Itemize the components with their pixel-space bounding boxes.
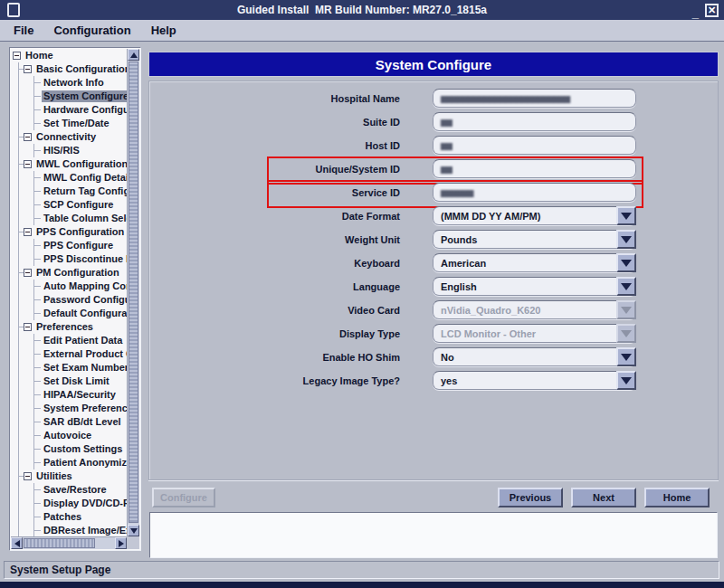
collapse-icon[interactable] xyxy=(24,323,32,331)
tree-item-label[interactable]: Save/Restore xyxy=(42,484,109,496)
tree-item-label[interactable]: Preferences xyxy=(34,321,95,333)
tree-item: Set Disk Limit xyxy=(11,375,127,388)
tree-item-label[interactable]: HIPAA/Security xyxy=(42,389,118,401)
tree-item-label[interactable]: Default Configurat xyxy=(42,308,127,319)
text-field[interactable]: ▆▆▆▆▆▆▆▆▆▆▆▆▆▆▆▆▆▆▆▆▆▆▆▆ xyxy=(433,89,636,108)
tree-item-label[interactable]: Home xyxy=(24,50,55,62)
combo-arrow-button[interactable] xyxy=(616,206,636,225)
scroll-down-icon[interactable] xyxy=(128,525,139,536)
menu-help[interactable]: Help xyxy=(141,24,186,37)
field-label: Display Type xyxy=(149,328,400,339)
tree-item-label[interactable]: Set Disk Limit xyxy=(42,375,111,387)
scroll-left-icon[interactable] xyxy=(11,537,23,549)
chevron-down-icon xyxy=(621,330,632,337)
combo-value: (MMM DD YY AM/PM) xyxy=(441,211,540,222)
menu-file[interactable]: File xyxy=(4,24,43,37)
tree-item-label[interactable]: HIS/RIS xyxy=(42,145,81,156)
tree-item-label[interactable]: PPS Discontinue Re xyxy=(42,253,127,265)
tree-item-label[interactable]: Utilities xyxy=(34,470,74,482)
collapse-icon[interactable] xyxy=(24,472,32,480)
tree-item-label[interactable]: System Preferences xyxy=(42,403,127,414)
tree-item-label[interactable]: Custom Settings xyxy=(42,443,124,455)
combo-box[interactable]: (MMM DD YY AM/PM) xyxy=(433,206,636,225)
collapse-icon[interactable] xyxy=(13,52,21,60)
combo-value: LCD Monitor - Other xyxy=(441,328,536,339)
previous-button[interactable]: Previous xyxy=(498,488,563,507)
menu-configuration[interactable]: Configuration xyxy=(43,24,140,37)
close-button[interactable]: ✕ xyxy=(705,4,719,17)
combo-arrow-button[interactable] xyxy=(616,253,636,272)
scroll-right-icon[interactable] xyxy=(115,537,127,549)
tree-item-label[interactable]: MWL Config Detail xyxy=(42,172,127,184)
tree-item-label[interactable]: PPS Configuration xyxy=(34,226,126,238)
tree-item: Network Info xyxy=(11,76,127,90)
tree-item-label[interactable]: Network Info xyxy=(42,77,106,89)
field-label: Suite ID xyxy=(149,117,400,128)
scroll-up-icon[interactable] xyxy=(128,49,139,61)
tree-item-label[interactable]: Return Tag Configu xyxy=(42,185,127,197)
window-title: Guided Install MR Build Number: MR27.0_1… xyxy=(0,4,724,16)
combo-arrow-button[interactable] xyxy=(616,277,636,296)
next-button[interactable]: Next xyxy=(571,488,636,507)
message-area xyxy=(149,512,718,558)
combo-box[interactable]: English xyxy=(433,277,636,296)
combo-arrow-button[interactable] xyxy=(616,230,636,249)
combo-box[interactable]: Pounds xyxy=(433,230,636,249)
tree-item-label[interactable]: Autovoice xyxy=(42,430,93,441)
form-row: Suite ID▆▆ xyxy=(149,112,718,131)
horizontal-scroll-thumb[interactable] xyxy=(24,538,95,548)
tree-item-label[interactable]: Basic Configuration xyxy=(34,63,127,75)
combo-arrow-button[interactable] xyxy=(616,347,636,366)
collapse-icon[interactable] xyxy=(24,228,32,236)
tree-item-label[interactable]: External Product Co xyxy=(42,348,127,360)
tree-item-label[interactable]: Set Exam Number xyxy=(42,362,127,374)
form-row: Weight UnitPounds xyxy=(149,230,718,249)
text-field[interactable]: ▆▆▆▆▆▆ xyxy=(433,183,636,202)
tree-item-label[interactable]: MWL Configuration xyxy=(34,158,127,170)
form-row: Enable HO ShimNo xyxy=(149,347,718,366)
field-value: ▆▆ xyxy=(441,165,452,174)
scrollbar-corner xyxy=(127,536,139,549)
combo-arrow-button[interactable] xyxy=(616,371,636,390)
collapse-icon[interactable] xyxy=(24,133,32,141)
tree-horizontal-scrollbar[interactable] xyxy=(11,536,127,549)
tree-item-label[interactable]: DBReset Image/Ex xyxy=(42,525,127,536)
tree-item: HIPAA/Security xyxy=(11,388,127,402)
chevron-down-icon xyxy=(621,213,632,220)
navigation-tree: HomeBasic ConfigurationNetwork InfoSyste… xyxy=(11,49,127,536)
collapse-icon[interactable] xyxy=(24,65,32,73)
tree-item: PPS Configuration xyxy=(11,225,127,239)
collapse-icon[interactable] xyxy=(24,269,32,277)
home-button[interactable]: Home xyxy=(644,488,710,507)
collapse-icon[interactable] xyxy=(24,160,32,168)
tree-item-label[interactable]: Auto Mapping Con xyxy=(42,280,127,292)
tree-item-label[interactable]: Table Column Sele xyxy=(42,213,127,224)
tree-item-label[interactable]: Display DVD/CD-R xyxy=(42,498,127,509)
minimize-button[interactable]: _ xyxy=(692,2,699,18)
field-label: Legacy Image Type? xyxy=(149,375,400,386)
tree-item-label[interactable]: SAR dB/dt Level xyxy=(42,416,123,428)
tree-item-label[interactable]: SCP Configure xyxy=(42,199,115,211)
vertical-scroll-thumb[interactable] xyxy=(129,62,138,523)
combo-box[interactable]: American xyxy=(433,253,636,272)
text-field[interactable]: ▆▆ xyxy=(433,136,636,155)
tree-item-label[interactable]: Hardware Configur xyxy=(42,104,127,116)
tree-item-label[interactable]: Patient Anonymiza xyxy=(42,457,127,469)
tree-item-label[interactable]: Password Configur xyxy=(42,294,127,306)
tree-item-label[interactable]: System Configure xyxy=(42,90,127,102)
tree-item-label[interactable]: PPS Configure xyxy=(42,240,115,251)
tree-item: SAR dB/dt Level xyxy=(11,415,127,429)
tree-item-label[interactable]: Edit Patient Data xyxy=(42,335,124,346)
text-field[interactable]: ▆▆ xyxy=(433,159,636,178)
tree-item-label[interactable]: Patches xyxy=(42,511,83,523)
text-field[interactable]: ▆▆ xyxy=(433,112,636,131)
tree-item-label[interactable]: Connectivity xyxy=(34,131,98,143)
combo-box[interactable]: yes xyxy=(433,371,636,390)
title-bar: Guided Install MR Build Number: MR27.0_1… xyxy=(0,0,724,20)
tree-vertical-scrollbar[interactable] xyxy=(127,49,139,536)
tree-item-label[interactable]: Set Time/Date xyxy=(42,118,111,129)
tree-item-label[interactable]: PM Configuration xyxy=(34,267,121,279)
combo-box[interactable]: No xyxy=(433,347,636,366)
form-row: Host ID▆▆ xyxy=(149,136,718,155)
field-value: ▆▆▆▆▆▆▆▆▆▆▆▆▆▆▆▆▆▆▆▆▆▆▆▆ xyxy=(441,94,569,103)
